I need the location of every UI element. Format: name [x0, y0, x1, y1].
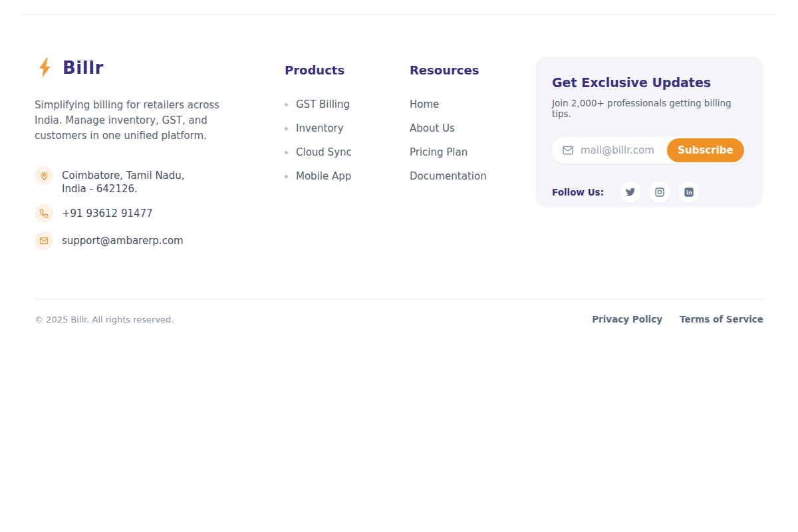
envelope-icon	[35, 231, 53, 250]
contact-list: Coimbatore, Tamil Nadu, India - 642126. …	[35, 166, 285, 250]
product-link-inventory[interactable]: Inventory	[285, 122, 410, 135]
twitter-icon[interactable]	[620, 182, 641, 203]
bullet-icon	[285, 151, 288, 154]
follow-row: Follow Us:	[552, 182, 746, 203]
copyright-text: © 2025 Billr. All rights reserved.	[35, 315, 174, 325]
subscribe-button[interactable]: Subscribe	[667, 138, 744, 162]
resource-link-pricing-plan[interactable]: Pricing Plan	[410, 146, 535, 159]
mail-icon	[562, 144, 574, 156]
newsletter-card: Get Exclusive Updates Join 2,000+ profes…	[535, 57, 763, 207]
bullet-icon	[285, 103, 288, 106]
privacy-policy-link[interactable]: Privacy Policy	[592, 314, 662, 325]
bullet-icon	[285, 175, 288, 178]
logo: Billr	[35, 57, 285, 79]
subscribe-form: Subscribe	[552, 137, 746, 164]
contact-phone[interactable]: +91 93612 91477	[35, 204, 285, 223]
resource-link-documentation[interactable]: Documentation	[410, 170, 535, 183]
address-line-2: India - 642126.	[62, 183, 138, 195]
products-title: Products	[285, 57, 410, 77]
bullet-icon	[285, 127, 288, 130]
phone-icon	[35, 204, 53, 223]
contact-email[interactable]: support@ambarerp.com	[35, 231, 285, 250]
resources-column: Resources Home About Us Pricing Plan Doc…	[410, 57, 535, 259]
contact-address: Coimbatore, Tamil Nadu, India - 642126.	[35, 166, 285, 196]
resource-link-home[interactable]: Home	[410, 98, 535, 111]
newsletter-subtitle: Join 2,000+ professionals getting billin…	[552, 98, 746, 119]
product-link-gst-billing[interactable]: GST Billing	[285, 98, 410, 111]
email-address: support@ambarerp.com	[62, 231, 184, 247]
brand-name: Billr	[63, 58, 104, 78]
phone-number: +91 93612 91477	[62, 204, 153, 220]
lightning-bolt-icon	[35, 57, 55, 79]
brand-column: Billr Simplifying billing for retailers …	[35, 57, 285, 259]
product-link-cloud-sync[interactable]: Cloud Sync	[285, 146, 410, 159]
location-pin-icon	[35, 166, 53, 185]
terms-of-service-link[interactable]: Terms of Service	[680, 314, 763, 325]
products-column: Products GST Billing Inventory Cloud Syn…	[285, 57, 410, 259]
bottom-bar: © 2025 Billr. All rights reserved. Priva…	[0, 299, 798, 325]
newsletter-title: Get Exclusive Updates	[552, 75, 746, 90]
resources-title: Resources	[410, 57, 535, 77]
linkedin-icon[interactable]	[678, 182, 700, 203]
resource-link-about-us[interactable]: About Us	[410, 122, 535, 135]
address-line-1: Coimbatore, Tamil Nadu,	[62, 170, 185, 182]
footer: Billr Simplifying billing for retailers …	[0, 15, 798, 259]
product-link-mobile-app[interactable]: Mobile App	[285, 170, 410, 183]
brand-description: Simplifying billing for retailers across…	[35, 98, 243, 144]
follow-us-label: Follow Us:	[552, 187, 604, 198]
instagram-icon[interactable]	[649, 182, 670, 203]
